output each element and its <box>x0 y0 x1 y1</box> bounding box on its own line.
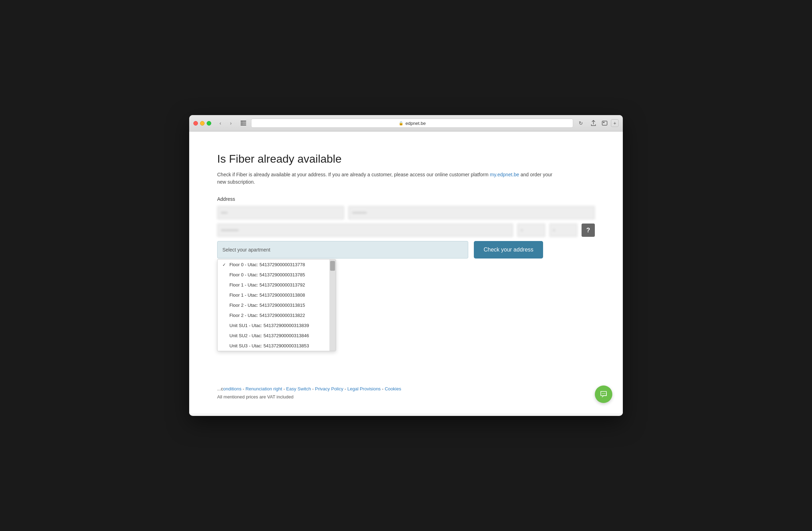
house-number-input[interactable] <box>517 224 545 237</box>
apartment-select-label: Select your apartment <box>222 247 270 253</box>
scrollbar-thumb <box>330 261 335 271</box>
checkmark-icon: ✓ <box>222 262 227 267</box>
back-button[interactable]: ‹ <box>215 119 225 127</box>
dropdown-container: Select your apartment ✓ Floor 0 - Utac: … <box>217 241 468 351</box>
address-bar[interactable]: 🔒 edpnet.be <box>251 119 573 128</box>
minimize-button[interactable] <box>200 121 205 126</box>
dropdown-item-7[interactable]: Unit SU2 - Utac: 541372900000313846 <box>218 331 336 341</box>
my-edpnet-link[interactable]: my.edpnet.be <box>490 172 519 177</box>
new-tab-button[interactable]: + <box>611 119 619 127</box>
chat-button[interactable] <box>595 385 612 403</box>
dropdown-item-0[interactable]: ✓ Floor 0 - Utac: 541372900000313778 <box>218 260 336 270</box>
footer-privacy-link[interactable]: Privacy Policy <box>315 386 343 391</box>
share-button[interactable] <box>589 119 598 127</box>
lock-icon: 🔒 <box>399 121 404 126</box>
vat-note: All mentioned prices are VAT included <box>217 394 595 399</box>
apartment-select[interactable]: Select your apartment <box>217 241 468 259</box>
full-address-input[interactable] <box>217 224 513 237</box>
dropdown-item-label-0: Floor 0 - Utac: 541372900000313778 <box>229 262 305 267</box>
page-content: Is Fiber already available Check if Fibe… <box>189 132 623 413</box>
address-row-1 <box>217 206 595 219</box>
footer-easy-switch-link[interactable]: Easy Switch <box>286 386 311 391</box>
scrollbar[interactable] <box>329 260 336 351</box>
svg-rect-5 <box>603 122 605 123</box>
forward-button[interactable]: › <box>226 119 236 127</box>
svg-point-7 <box>603 393 604 394</box>
dropdown-item-2[interactable]: Floor 1 - Utac: 541372900000313792 <box>218 280 336 290</box>
help-button[interactable]: ? <box>582 224 595 237</box>
browser-window: ‹ › 🔒 edpnet.be ↻ <box>189 115 623 416</box>
page-title: Is Fiber already available <box>217 153 595 165</box>
footer-links: ...conditions - Renunciation right - Eas… <box>217 386 595 391</box>
dropdown-item-label-6: Unit SU1 - Utac: 541372900000313839 <box>229 323 309 328</box>
browser-chrome: ‹ › 🔒 edpnet.be ↻ <box>189 115 623 132</box>
dropdown-item-label-2: Floor 1 - Utac: 541372900000313792 <box>229 282 305 288</box>
url-text: edpnet.be <box>406 121 426 126</box>
maximize-button[interactable] <box>207 121 211 126</box>
svg-rect-3 <box>241 121 243 126</box>
dropdown-item-label-1: Floor 0 - Utac: 541372900000313785 <box>229 272 305 277</box>
bus-input[interactable] <box>549 224 577 237</box>
dropdown-item-label-3: Floor 1 - Utac: 541372900000313808 <box>229 292 305 298</box>
dropdown-item-8[interactable]: Unit SU3 - Utac: 541372900000313853 <box>218 341 336 351</box>
dropdown-item-label-5: Floor 2 - Utac: 541372900000313822 <box>229 313 305 318</box>
svg-point-6 <box>602 393 603 394</box>
reload-button[interactable]: ↻ <box>576 119 586 127</box>
dropdown-menu: ✓ Floor 0 - Utac: 541372900000313778 Flo… <box>217 259 336 351</box>
description-start: Check if Fiber is already available at y… <box>217 172 490 177</box>
footer-legal-link[interactable]: Legal Provisions <box>347 386 380 391</box>
footer-conditions-partial: ...c <box>217 386 223 391</box>
city-input[interactable] <box>348 206 595 219</box>
address-label: Address <box>217 196 595 202</box>
footer-sep-1: - <box>243 386 245 391</box>
footer-renunciation-link[interactable]: Renunciation right <box>245 386 282 391</box>
dropdown-item-label-4: Floor 2 - Utac: 541372900000313815 <box>229 303 305 308</box>
dropdown-item-label-8: Unit SU3 - Utac: 541372900000313853 <box>229 343 309 348</box>
footer-conditions-link[interactable]: onditions <box>223 386 241 391</box>
dropdown-item-5[interactable]: Floor 2 - Utac: 541372900000313822 <box>218 310 336 320</box>
action-row: Select your apartment ✓ Floor 0 - Utac: … <box>217 241 595 351</box>
traffic-lights <box>193 121 211 126</box>
dropdown-item-3[interactable]: Floor 1 - Utac: 541372900000313808 <box>218 290 336 300</box>
sidebar-toggle-button[interactable] <box>238 119 248 127</box>
address-row-2: ? <box>217 224 595 237</box>
page-description: Check if Fiber is already available at y… <box>217 171 553 186</box>
dropdown-item-1[interactable]: Floor 0 - Utac: 541372900000313785 <box>218 270 336 280</box>
dropdown-item-6[interactable]: Unit SU1 - Utac: 541372900000313839 <box>218 320 336 331</box>
browser-actions: + <box>589 119 619 127</box>
dropdown-item-label-7: Unit SU2 - Utac: 541372900000313846 <box>229 333 309 338</box>
footer-sep-3: - <box>312 386 315 391</box>
svg-rect-4 <box>602 121 607 125</box>
close-button[interactable] <box>193 121 198 126</box>
dropdown-item-4[interactable]: Floor 2 - Utac: 541372900000313815 <box>218 300 336 310</box>
street-input[interactable] <box>217 206 344 219</box>
tab-overview-button[interactable] <box>600 119 610 127</box>
nav-buttons: ‹ › <box>215 119 236 127</box>
check-address-button[interactable]: Check your address <box>474 241 543 259</box>
footer-sep-5: - <box>382 386 385 391</box>
svg-point-8 <box>605 393 605 394</box>
footer-cookies-link[interactable]: Cookies <box>385 386 401 391</box>
